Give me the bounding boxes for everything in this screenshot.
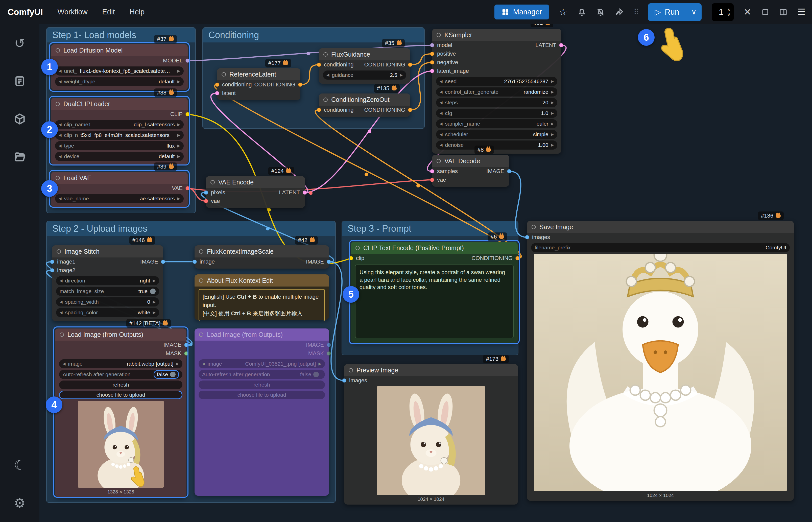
decrement-icon[interactable]: ◀	[60, 310, 63, 315]
node-clip-text-encode[interactable]: CLIP Text Encode (Positive Prompt) clip …	[351, 242, 518, 343]
vae-output-port[interactable]	[185, 186, 190, 190]
match-image-size-widget[interactable]: match_image_size true	[56, 287, 159, 296]
device-widget[interactable]: ◀ device default ▶	[55, 152, 184, 161]
hamburger-menu-icon[interactable]: ☰	[797, 7, 806, 17]
node-load-diffusion-model[interactable]: Load Diffusion Model MODEL ◀ unet_ flux1…	[51, 44, 188, 90]
decrement-icon[interactable]: ◀	[440, 111, 443, 116]
collapse-dot-icon[interactable]	[437, 159, 441, 163]
collapse-dot-icon[interactable]	[349, 368, 353, 373]
decrement-icon[interactable]: ◀	[202, 362, 205, 366]
window-icon[interactable]	[762, 8, 769, 16]
collapse-dot-icon[interactable]	[199, 278, 203, 283]
panel-toggle-icon[interactable]	[779, 8, 787, 16]
increment-icon[interactable]: ▶	[551, 143, 554, 147]
image-output-port[interactable]	[184, 343, 188, 347]
increment-icon[interactable]: ▶	[176, 362, 179, 366]
image-file-widget[interactable]: ◀ image ComfyUI_03521_.png [output] ▶	[199, 359, 325, 368]
node-dualclip-loader[interactable]: DualCLIPLoader CLIP ◀ clip_name1 clip_l.…	[51, 98, 188, 165]
menu-help[interactable]: Help	[129, 8, 145, 16]
positive-input-port[interactable]	[430, 52, 434, 56]
node-image-stitch[interactable]: Image Stitch image1 IMAGE image2 ◀ direc…	[52, 245, 163, 321]
choose-file-button[interactable]: choose file to upload	[59, 390, 182, 399]
decrement-icon[interactable]: ◀	[59, 143, 62, 148]
images-input-port[interactable]	[525, 235, 529, 240]
increment-icon[interactable]: ▶	[177, 69, 180, 73]
toggle-knob-icon[interactable]	[170, 372, 176, 377]
group-step2-titlebar[interactable]: Step 2 - Upload images	[47, 221, 335, 236]
decrement-icon[interactable]: ◀	[440, 143, 443, 147]
conditioning-output-port[interactable]	[408, 108, 412, 112]
collapse-dot-icon[interactable]	[56, 48, 60, 53]
vae-input-port[interactable]	[430, 178, 434, 182]
decrement-icon[interactable]: ◀	[59, 196, 62, 201]
collapse-dot-icon[interactable]	[57, 249, 61, 254]
increment-icon[interactable]: ▶	[153, 310, 156, 315]
model-input-port[interactable]	[430, 43, 434, 47]
clip-name1-widget[interactable]: ◀ clip_name1 clip_l.safetensors ▶	[55, 120, 184, 129]
increment-icon[interactable]: ▶	[551, 111, 554, 116]
cfg-widget[interactable]: ◀ cfg 1.0 ▶	[436, 109, 557, 118]
vae-name-widget[interactable]: ◀ vae_name ae.safetensors ▶	[55, 194, 184, 203]
decrement-icon[interactable]: ◀	[440, 100, 443, 105]
spacing-color-widget[interactable]: ◀ spacing_color white ▶	[56, 308, 159, 317]
increment-icon[interactable]: ▶	[177, 154, 180, 159]
collapse-dot-icon[interactable]	[222, 72, 226, 77]
image1-input-port[interactable]	[50, 260, 54, 264]
collapse-dot-icon[interactable]	[532, 225, 536, 229]
decrement-icon[interactable]: ◀	[59, 154, 62, 159]
toggle-knob-icon[interactable]	[150, 288, 156, 294]
vae-input-port[interactable]	[204, 199, 208, 203]
increment-icon[interactable]: ▶	[177, 133, 180, 137]
image2-input-port[interactable]	[50, 268, 54, 273]
prompt-textarea[interactable]: Using this elegant style, create a portr…	[355, 264, 514, 338]
increment-icon[interactable]: ▶	[177, 196, 180, 201]
increment-icon[interactable]: ▶	[153, 300, 156, 304]
image-file-widget[interactable]: ◀ image rabbit.webp [output] ▶	[59, 359, 182, 368]
autorefresh-toggle[interactable]: false	[154, 370, 179, 379]
node-flux-kontext-image-scale[interactable]: FluxKontextImageScale image IMAGE	[195, 245, 329, 268]
samples-input-port[interactable]	[430, 169, 434, 174]
collapse-dot-icon[interactable]	[437, 33, 441, 37]
collapse-dot-icon[interactable]	[199, 333, 203, 337]
app-logo[interactable]: ComfyUI	[7, 7, 43, 17]
image-output-port[interactable]	[507, 169, 511, 174]
theme-moon-icon[interactable]: ☾	[0, 446, 39, 484]
collapse-dot-icon[interactable]	[60, 333, 64, 337]
sampler-name-widget[interactable]: ◀ sampler_name euler ▶	[436, 119, 557, 128]
collapse-dot-icon[interactable]	[323, 52, 328, 57]
increment-icon[interactable]: ▶	[551, 79, 554, 84]
decrement-icon[interactable]: ◀	[326, 73, 329, 77]
decrement-icon[interactable]: ◀	[440, 90, 443, 94]
increment-icon[interactable]: ▶	[153, 278, 156, 283]
drag-handle-icon[interactable]: ⠿	[634, 7, 638, 16]
settings-gear-icon[interactable]: ⚙	[0, 484, 39, 522]
node-load-image-outputs-bypassed[interactable]: Load Image (from Outputs) IMAGE MASK ◀ i…	[195, 328, 329, 496]
scheduler-widget[interactable]: ◀ scheduler simple ▶	[436, 130, 557, 139]
node-about-note[interactable]: About Flux Kontext Edit [English] Use Ct…	[195, 275, 329, 320]
collapse-dot-icon[interactable]	[356, 246, 360, 250]
run-options-chevron-icon[interactable]: ∨	[686, 8, 702, 16]
decrement-icon[interactable]: ◀	[63, 362, 66, 366]
increment-icon[interactable]: ▶	[551, 100, 554, 105]
increment-icon[interactable]: ▶	[551, 90, 554, 94]
model-library-icon[interactable]	[0, 100, 39, 138]
node-flux-guidance[interactable]: FluxGuidance conditioning CONDITIONING ◀…	[319, 48, 410, 84]
type-widget[interactable]: ◀ type flux ▶	[55, 141, 184, 150]
increment-icon[interactable]: ▶	[318, 362, 321, 366]
decrement-batch-icon[interactable]: ∨	[727, 12, 731, 17]
bell-icon[interactable]	[577, 8, 586, 16]
conditioning-input-port[interactable]	[317, 63, 321, 67]
steps-widget[interactable]: ◀ steps 20 ▶	[436, 98, 557, 107]
increment-icon[interactable]: ▶	[551, 132, 554, 137]
pixels-input-port[interactable]	[204, 190, 208, 195]
decrement-icon[interactable]: ◀	[59, 122, 62, 127]
seed-widget[interactable]: ◀ seed 276175275546287 ▶	[436, 77, 557, 86]
image-output-port[interactable]	[327, 260, 331, 264]
conditioning-output-port[interactable]	[408, 63, 412, 67]
collapse-dot-icon[interactable]	[56, 176, 60, 180]
denoise-widget[interactable]: ◀ denoise 1.00 ▶	[436, 140, 557, 149]
mask-output-port[interactable]	[327, 352, 331, 356]
share-icon[interactable]	[615, 8, 624, 16]
collapse-dot-icon[interactable]	[323, 98, 328, 102]
increment-icon[interactable]: ▶	[177, 143, 180, 148]
